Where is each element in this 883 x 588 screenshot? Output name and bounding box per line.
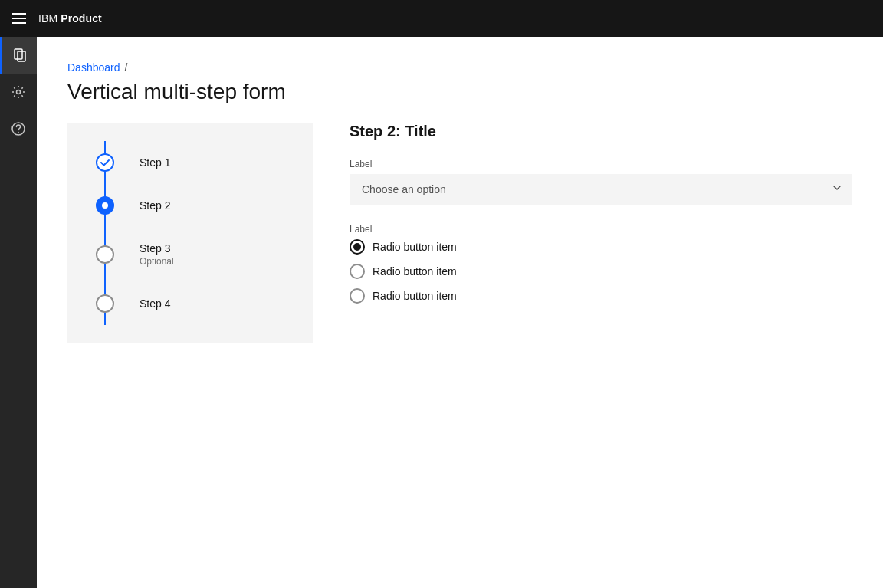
radio-circle-3: [350, 288, 365, 304]
dropdown-select[interactable]: Choose an optionOption 1Option 2Option 3: [350, 174, 852, 205]
select-wrapper: Choose an optionOption 1Option 2Option 3: [350, 174, 852, 205]
step-4-indicator: [96, 294, 114, 313]
step-1-label: Step 1: [140, 156, 170, 169]
step-2-indicator: [96, 196, 114, 215]
main-content: Dashboard / Vertical multi-step form: [37, 37, 883, 588]
svg-point-2: [17, 90, 21, 94]
step-3-indicator: [96, 245, 114, 264]
radio-item-1[interactable]: Radio button item: [350, 239, 852, 255]
step-2-label-wrapper: Step 2: [140, 199, 170, 212]
radio-item-2[interactable]: Radio button item: [350, 264, 852, 279]
radio-item-3-label: Radio button item: [373, 290, 457, 302]
main-layout: Dashboard / Vertical multi-step form: [0, 37, 883, 588]
active-dot: [102, 202, 108, 209]
step-1-indicator: [96, 153, 114, 172]
radio-item-3[interactable]: Radio button item: [350, 288, 852, 304]
brand-name: IBM Product: [38, 12, 102, 25]
dropdown-field-group: Label Choose an optionOption 1Option 2Op…: [350, 159, 852, 205]
radio-group: Radio button item Radio button item Radi…: [350, 239, 852, 304]
radio-item-2-label: Radio button item: [373, 265, 457, 278]
form-area: Step 1 Step 2: [67, 123, 852, 343]
step-form-title: Step 2: Title: [350, 123, 852, 140]
sidebar-item-help[interactable]: [0, 110, 37, 147]
hamburger-menu-button[interactable]: [12, 13, 26, 24]
svg-rect-1: [18, 51, 25, 61]
step-item-4[interactable]: Step 4: [106, 282, 288, 325]
step-4-label: Step 4: [140, 297, 170, 310]
radio-field-group: Label Radio button item Radio button ite…: [350, 224, 852, 304]
page-title: Vertical multi-step form: [67, 80, 852, 104]
sidebar: [0, 37, 37, 588]
breadcrumb-separator: /: [125, 61, 128, 74]
sidebar-item-pages[interactable]: [0, 37, 37, 74]
pages-icon: [12, 48, 28, 63]
breadcrumb: Dashboard /: [67, 61, 852, 74]
step-3-label-wrapper: Step 3 Optional: [140, 242, 174, 267]
step-item-2[interactable]: Step 2: [106, 184, 288, 227]
step-1-label-wrapper: Step 1: [140, 156, 170, 169]
top-nav: IBM Product: [0, 0, 883, 37]
svg-rect-0: [15, 49, 22, 59]
step-item-1[interactable]: Step 1: [106, 141, 288, 184]
svg-point-4: [18, 132, 19, 133]
step-3-label: Step 3: [140, 242, 174, 255]
step-item-3[interactable]: Step 3 Optional: [106, 227, 288, 282]
progress-panel: Step 1 Step 2: [67, 123, 313, 343]
progress-steps: Step 1 Step 2: [104, 141, 288, 325]
radio-circle-2: [350, 264, 365, 279]
help-icon: [11, 121, 26, 136]
check-icon: [100, 157, 110, 168]
radio-circle-1: [350, 239, 365, 255]
step-2-label: Step 2: [140, 199, 170, 212]
step-4-label-wrapper: Step 4: [140, 297, 170, 310]
sidebar-item-settings[interactable]: [0, 74, 37, 110]
step-3-sublabel: Optional: [140, 256, 174, 267]
form-fields: Step 2: Title Label Choose an optionOpti…: [350, 123, 852, 322]
radio-item-1-label: Radio button item: [373, 241, 457, 253]
breadcrumb-link-dashboard[interactable]: Dashboard: [67, 61, 120, 74]
radio-label: Label: [350, 224, 852, 235]
settings-icon: [11, 84, 26, 100]
dropdown-label: Label: [350, 159, 852, 169]
